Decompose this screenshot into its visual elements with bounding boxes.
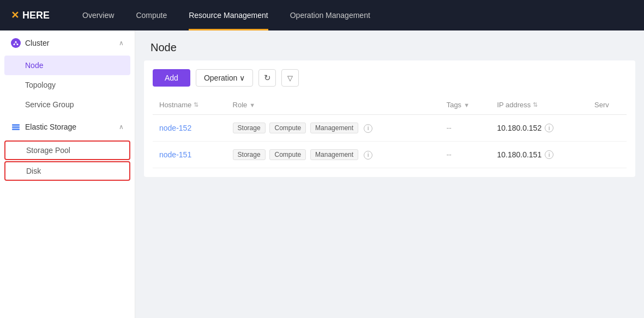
ip-value-2: 10.180.0.151 xyxy=(497,150,541,159)
cell-role-1: Storage Compute Management i xyxy=(226,115,440,142)
hostname-sort-icon[interactable]: ⇅ xyxy=(194,101,198,108)
elastic-storage-icon xyxy=(11,122,21,132)
tags-dash-1: -- xyxy=(447,124,452,132)
svg-line-4 xyxy=(16,42,17,45)
svg-rect-7 xyxy=(12,129,20,130)
role-badge-management-2: Management xyxy=(310,149,358,160)
cell-serv-2 xyxy=(588,142,627,168)
sidebar-elastic-label: Elastic Storage xyxy=(25,123,76,131)
table-row: node-152 Storage Compute Management i -- xyxy=(153,115,627,142)
cell-hostname-2: node-151 xyxy=(153,142,226,168)
role-info-icon-1[interactable]: i xyxy=(364,124,372,133)
tags-label: Tags xyxy=(447,101,461,109)
cell-hostname-1: node-152 xyxy=(153,115,226,142)
sidebar-cluster-section[interactable]: Cluster ∧ xyxy=(0,30,135,56)
hostname-label: Hostname xyxy=(159,101,191,109)
refresh-icon: ↻ xyxy=(264,73,271,83)
svg-rect-5 xyxy=(12,124,20,126)
hostname-sortable: Hostname ⇅ xyxy=(159,101,198,109)
role-label: Role xyxy=(233,101,248,109)
elastic-chevron-icon: ∧ xyxy=(119,123,124,131)
sidebar-elastic-left: Elastic Storage xyxy=(11,122,76,132)
ip-info-icon-1[interactable]: i xyxy=(545,124,553,132)
operation-chevron-icon: ∨ xyxy=(239,74,245,82)
topnav: ✕HERE Overview Compute Resource Manageme… xyxy=(0,0,644,30)
tags-filter-icon[interactable]: ▼ xyxy=(464,102,470,108)
col-ip-address: IP address ⇅ xyxy=(490,95,588,115)
sidebar-cluster-left: Cluster xyxy=(11,38,49,48)
role-badge-compute-1: Compute xyxy=(269,123,306,133)
svg-line-3 xyxy=(14,42,16,45)
sidebar-cluster-label: Cluster xyxy=(25,39,49,47)
node-link-152[interactable]: node-152 xyxy=(159,124,191,132)
cell-tags-2: -- xyxy=(440,142,491,168)
table-header: Hostname ⇅ Role ▼ xyxy=(153,95,627,115)
sidebar-item-topology[interactable]: Topology xyxy=(0,75,135,95)
node-link-151[interactable]: node-151 xyxy=(159,150,191,159)
node-table-wrapper: Hostname ⇅ Role ▼ xyxy=(153,95,627,168)
cluster-chevron-icon: ∧ xyxy=(119,39,124,47)
role-badge-storage-1: Storage xyxy=(233,123,266,133)
nav-compute[interactable]: Compute xyxy=(125,0,178,30)
col-hostname: Hostname ⇅ xyxy=(153,95,226,115)
role-info-icon-2[interactable]: i xyxy=(364,151,372,160)
cluster-section-icon xyxy=(11,38,21,48)
toolbar: Add Operation ∨ ↻ ▽ xyxy=(153,69,627,87)
nav-operation-management[interactable]: Operation Management xyxy=(279,0,381,30)
content-card: Add Operation ∨ ↻ ▽ xyxy=(144,60,635,177)
cell-serv-1 xyxy=(588,115,627,142)
cell-ip-2: 10.180.0.151 i xyxy=(490,142,588,168)
ip-value-1: 10.180.0.152 xyxy=(497,124,541,132)
logo-text: HERE xyxy=(22,10,50,21)
role-filter-icon[interactable]: ▼ xyxy=(249,102,255,108)
ip-sortable: IP address ⇅ xyxy=(497,101,538,109)
col-serv: Serv xyxy=(588,95,627,115)
col-tags: Tags ▼ xyxy=(440,95,491,115)
tags-sortable: Tags ▼ xyxy=(447,101,470,109)
role-sortable: Role ▼ xyxy=(233,101,256,109)
app-layout: Cluster ∧ Node Topology Service Group El… xyxy=(0,30,644,318)
cell-tags-1: -- xyxy=(440,115,491,142)
main-content: Node Add Operation ∨ ↻ ▽ xyxy=(135,30,644,318)
sidebar-item-node[interactable]: Node xyxy=(4,56,130,75)
col-role: Role ▼ xyxy=(226,95,440,115)
operation-button[interactable]: Operation ∨ xyxy=(196,69,253,87)
add-button[interactable]: Add xyxy=(153,69,190,87)
ip-info-icon-2[interactable]: i xyxy=(545,150,553,159)
cell-ip-1: 10.180.0.152 i xyxy=(490,115,588,142)
sidebar-item-storage-pool[interactable]: Storage Pool xyxy=(4,140,130,160)
role-badge-storage-2: Storage xyxy=(233,149,266,160)
refresh-button[interactable]: ↻ xyxy=(258,69,276,87)
serv-label: Serv xyxy=(594,101,609,109)
cluster-circle-icon xyxy=(11,38,21,48)
cell-role-2: Storage Compute Management i xyxy=(226,142,440,168)
ip-label: IP address xyxy=(497,101,531,109)
sidebar: Cluster ∧ Node Topology Service Group El… xyxy=(0,30,135,318)
ip-sort-icon[interactable]: ⇅ xyxy=(533,101,538,108)
table-row: node-151 Storage Compute Management i -- xyxy=(153,142,627,168)
role-badge-compute-2: Compute xyxy=(269,149,306,160)
sidebar-elastic-section[interactable]: Elastic Storage ∧ xyxy=(0,114,135,139)
operation-label: Operation xyxy=(204,74,237,82)
ip-cell-1: 10.180.0.152 i xyxy=(497,124,581,132)
page-title: Node xyxy=(135,30,644,60)
nav-resource-management[interactable]: Resource Management xyxy=(178,0,279,30)
node-table: Hostname ⇅ Role ▼ xyxy=(153,95,627,168)
table-body: node-152 Storage Compute Management i -- xyxy=(153,115,627,168)
sidebar-item-service-group[interactable]: Service Group xyxy=(0,95,135,114)
ip-cell-2: 10.180.0.151 i xyxy=(497,150,581,159)
nav-overview[interactable]: Overview xyxy=(71,0,125,30)
filter-button[interactable]: ▽ xyxy=(281,69,299,87)
role-badge-management-1: Management xyxy=(310,123,358,133)
logo-x: ✕ xyxy=(11,9,19,21)
filter-icon: ▽ xyxy=(287,74,293,82)
table-header-row: Hostname ⇅ Role ▼ xyxy=(153,95,627,115)
tags-dash-2: -- xyxy=(447,150,452,159)
sidebar-item-disk[interactable]: Disk xyxy=(4,161,130,181)
app-logo: ✕HERE xyxy=(11,9,50,21)
svg-rect-6 xyxy=(12,126,20,128)
